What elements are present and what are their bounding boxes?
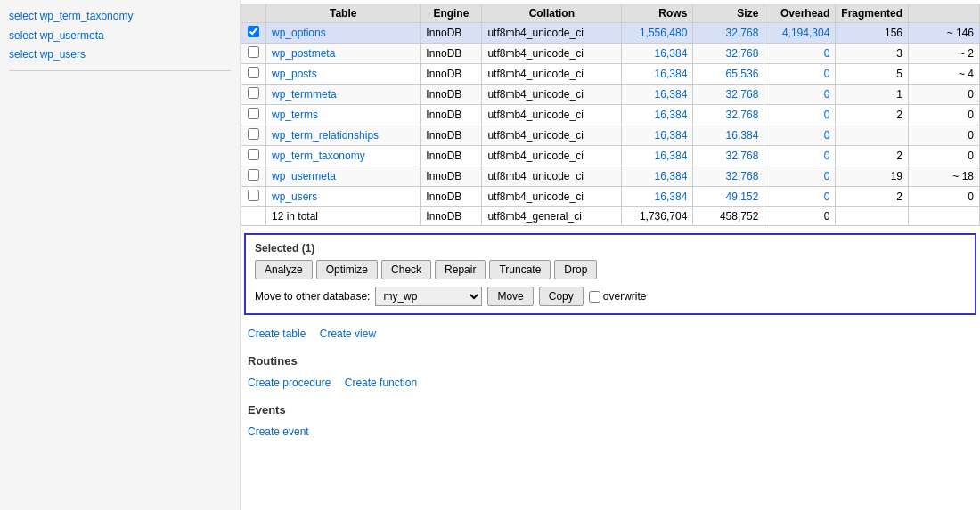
create-links-section: Create table Create view — [241, 322, 980, 345]
row-checkbox-cell[interactable] — [241, 146, 266, 166]
row-rows: 16,384 — [622, 125, 693, 146]
row-collation: utf8mb4_unicode_ci — [482, 105, 622, 125]
sidebar-link-users[interactable]: select wp_users — [9, 45, 231, 65]
row-checkbox-cell[interactable] — [241, 23, 266, 44]
table-name-link[interactable]: wp_term_taxonomy — [272, 150, 365, 162]
table-row: wp_termmeta InnoDB utf8mb4_unicode_ci 16… — [241, 85, 980, 105]
row-size: 32,768 — [693, 105, 764, 125]
row-collation: utf8mb4_unicode_ci — [482, 187, 622, 207]
create-table-link[interactable]: Create table — [248, 328, 306, 340]
table-name-link[interactable]: wp_termmeta — [272, 88, 337, 101]
table-name-link[interactable]: wp_terms — [272, 109, 318, 121]
create-function-link[interactable]: Create function — [345, 376, 417, 389]
footer-fragmented — [836, 207, 909, 226]
create-view-link[interactable]: Create view — [320, 328, 376, 340]
table-name-link[interactable]: wp_users — [272, 190, 317, 203]
repair-button[interactable]: Repair — [435, 260, 486, 279]
row-fragmented: 2 — [836, 105, 909, 125]
table-name-link[interactable]: wp_usermeta — [272, 170, 336, 182]
table-name-link[interactable]: wp_postmeta — [272, 47, 335, 60]
col-header-check — [241, 4, 266, 23]
move-row: Move to other database: my_wp Move Copy … — [255, 287, 966, 306]
footer-extra — [909, 207, 980, 226]
row-fragmented: 156 — [836, 23, 909, 44]
row-rows: 16,384 — [622, 105, 693, 125]
row-overhead: 0 — [764, 146, 836, 166]
row-overhead: 0 — [764, 64, 836, 85]
row-collation: utf8mb4_unicode_ci — [482, 146, 622, 166]
row-size: 49,152 — [693, 187, 764, 207]
table-name-link[interactable]: wp_options — [272, 27, 326, 39]
row-checkbox[interactable] — [248, 87, 259, 99]
row-engine: InnoDB — [421, 187, 482, 207]
row-overhead: 0 — [764, 125, 836, 146]
row-checkbox-cell[interactable] — [241, 187, 266, 207]
row-checkbox[interactable] — [248, 46, 259, 58]
move-button[interactable]: Move — [487, 287, 533, 306]
move-label: Move to other database: — [255, 290, 370, 303]
row-overhead: 4,194,304 — [764, 23, 836, 44]
row-name: wp_postmeta — [266, 44, 421, 64]
row-checkbox-cell[interactable] — [241, 85, 266, 105]
row-checkbox[interactable] — [248, 67, 259, 78]
analyze-button[interactable]: Analyze — [255, 260, 313, 279]
row-checkbox[interactable] — [248, 190, 259, 201]
tables-list: Table Engine Collation Rows Size Overhea… — [241, 4, 980, 226]
row-checkbox[interactable] — [248, 26, 259, 37]
check-button[interactable]: Check — [381, 260, 431, 279]
row-extra: ~ 2 — [909, 44, 980, 64]
overwrite-checkbox[interactable] — [589, 291, 600, 303]
action-buttons-group: Analyze Optimize Check Repair Truncate D… — [255, 260, 966, 279]
footer-label: 12 in total — [266, 207, 421, 226]
footer-check — [241, 207, 266, 226]
copy-button[interactable]: Copy — [539, 287, 584, 306]
sidebar-divider — [9, 70, 231, 71]
row-collation: utf8mb4_unicode_ci — [482, 125, 622, 146]
row-checkbox-cell[interactable] — [241, 125, 266, 146]
row-rows: 16,384 — [622, 187, 693, 207]
create-event-link[interactable]: Create event — [248, 425, 309, 438]
truncate-button[interactable]: Truncate — [489, 260, 551, 279]
row-checkbox-cell[interactable] — [241, 166, 266, 187]
footer-size: 458,752 — [693, 207, 764, 226]
row-fragmented — [836, 125, 909, 146]
database-select[interactable]: my_wp — [375, 287, 482, 306]
col-header-rows: Rows — [622, 4, 693, 23]
overwrite-label[interactable]: overwrite — [589, 290, 647, 303]
row-checkbox[interactable] — [248, 108, 259, 119]
create-procedure-link[interactable]: Create procedure — [248, 376, 331, 389]
row-checkbox[interactable] — [248, 169, 259, 181]
row-checkbox[interactable] — [248, 128, 259, 140]
row-name: wp_users — [266, 187, 421, 207]
table-row: wp_postmeta InnoDB utf8mb4_unicode_ci 16… — [241, 44, 980, 64]
optimize-button[interactable]: Optimize — [316, 260, 378, 279]
drop-button[interactable]: Drop — [554, 260, 597, 279]
table-name-link[interactable]: wp_term_relationships — [272, 129, 379, 142]
col-header-fragmented: Fragmented — [836, 4, 909, 23]
row-size: 32,768 — [693, 166, 764, 187]
footer-collation: utf8mb4_general_ci — [482, 207, 622, 226]
row-checkbox-cell[interactable] — [241, 64, 266, 85]
table-name-link[interactable]: wp_posts — [272, 68, 317, 80]
row-name: wp_termmeta — [266, 85, 421, 105]
col-header-extra — [909, 4, 980, 23]
row-size: 65,536 — [693, 64, 764, 85]
row-collation: utf8mb4_unicode_ci — [482, 166, 622, 187]
sidebar-link-term-taxonomy[interactable]: select wp_term_taxonomy — [9, 7, 231, 27]
col-header-table: Table — [266, 4, 421, 23]
row-fragmented: 3 — [836, 44, 909, 64]
row-checkbox[interactable] — [248, 149, 259, 160]
row-rows: 16,384 — [622, 166, 693, 187]
row-checkbox-cell[interactable] — [241, 105, 266, 125]
row-collation: utf8mb4_unicode_ci — [482, 23, 622, 44]
row-engine: InnoDB — [421, 146, 482, 166]
col-header-overhead: Overhead — [764, 4, 836, 23]
row-engine: InnoDB — [421, 105, 482, 125]
col-header-collation: Collation — [482, 4, 622, 23]
sidebar-link-usermeta[interactable]: select wp_usermeta — [9, 27, 231, 46]
table-row: wp_term_relationships InnoDB utf8mb4_uni… — [241, 125, 980, 146]
row-checkbox-cell[interactable] — [241, 44, 266, 64]
row-engine: InnoDB — [421, 44, 482, 64]
row-fragmented: 2 — [836, 187, 909, 207]
footer-engine: InnoDB — [421, 207, 482, 226]
